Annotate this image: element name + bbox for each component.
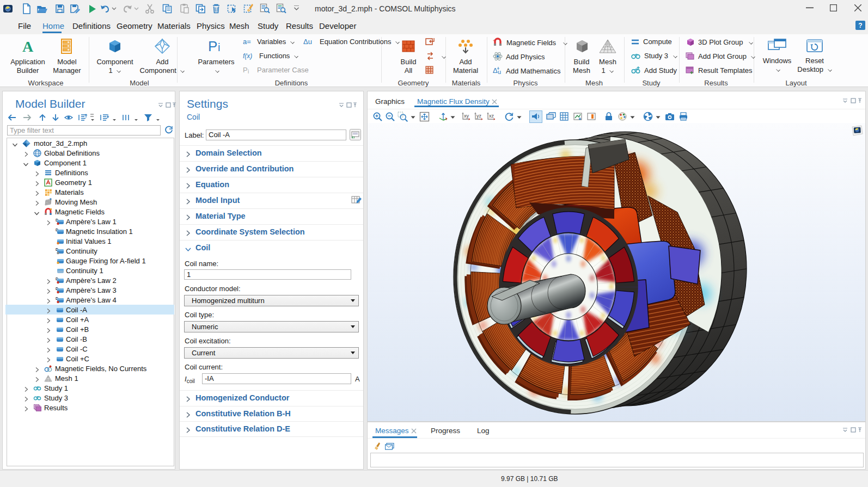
svg-text:+: +	[493, 38, 496, 43]
svg-text:i: i	[218, 41, 220, 53]
svg-text:a=: a=	[243, 38, 251, 46]
svg-text:P: P	[208, 38, 217, 54]
svg-text:P: P	[243, 66, 248, 74]
svg-text:xy: xy	[464, 113, 469, 119]
svg-text:i: i	[248, 69, 249, 74]
svg-text:f(x): f(x)	[243, 52, 252, 60]
svg-text:xz: xz	[489, 113, 494, 119]
svg-text:?: ?	[858, 22, 862, 29]
svg-text:Δu: Δu	[303, 38, 312, 46]
svg-text:yz: yz	[476, 113, 482, 119]
svg-text:Δ: Δ	[493, 66, 498, 75]
